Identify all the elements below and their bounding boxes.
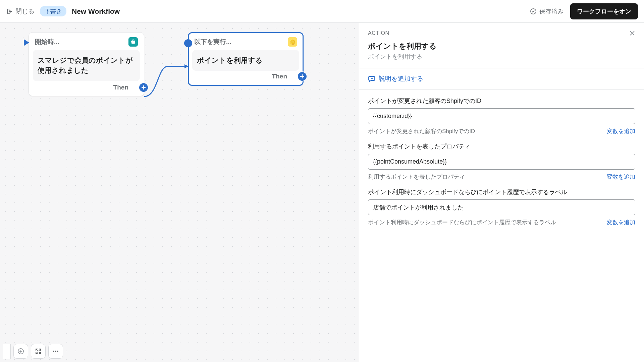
svg-point-3 (55, 351, 56, 352)
add-variable-link[interactable]: 変数を追加 (607, 127, 635, 135)
exit-icon (6, 8, 13, 15)
panel-type-label: ACTION (368, 30, 389, 36)
saved-label: 保存済み (539, 7, 564, 15)
panel-title-block: ポイントを利用する ポイントを利用する (359, 38, 644, 68)
field-input-points-property[interactable] (368, 154, 635, 170)
panel-title: ポイントを利用する (368, 41, 635, 51)
trigger-add-step-button[interactable] (139, 82, 149, 93)
field-label: ポイントが変更された顧客のShpifyでのID (368, 97, 635, 105)
saved-status: 保存済み (530, 7, 564, 15)
draft-badge: 下書き (40, 6, 66, 16)
panel-close-button[interactable] (629, 30, 635, 38)
zoom-circle-plus-icon (17, 348, 24, 355)
points-app-icon: 🪙 (288, 37, 297, 47)
action-card-body: ポイントを利用する (192, 50, 299, 71)
field-hint-row: 利用するポイントを表したプロパティ 変数を追加 (368, 173, 635, 181)
field-label: 利用するポイントを表したプロパティ (368, 142, 635, 150)
smaregi-app-icon (128, 37, 138, 47)
canvas-toolbar (0, 341, 66, 362)
trigger-card[interactable]: 開始時... スマレジで会員のポイントが使用されました Then (29, 32, 144, 96)
trigger-play-icon (23, 39, 30, 48)
fit-view-icon (35, 348, 42, 355)
topbar: 閉じる 下書き New Workflow 保存済み ワークフローをオン (0, 0, 644, 23)
close-label: 閉じる (15, 7, 35, 16)
field-hint: ポイント利用時にダッシュボードならびにポイント履歴で表示するラベル (368, 219, 556, 226)
trigger-then-label: Then (113, 84, 128, 91)
chat-icon (368, 75, 375, 82)
trigger-card-header: 開始時... (33, 37, 140, 50)
action-dot-icon (184, 39, 192, 47)
field-hint: ポイントが変更された顧客のShpifyでのID (368, 127, 475, 135)
action-card[interactable]: 以下を実行... 🪙 ポイントを利用する Then (188, 32, 304, 86)
connector-line (144, 36, 191, 110)
more-horizontal-icon (52, 348, 59, 355)
turn-on-workflow-button[interactable]: ワークフローをオン (570, 3, 638, 19)
fit-view-button[interactable] (31, 344, 46, 359)
topbar-left: 閉じる 下書き New Workflow (6, 6, 120, 16)
plus-icon (300, 74, 305, 79)
trigger-header-label: 開始時... (35, 38, 59, 46)
action-header-label: 以下を実行... (194, 38, 231, 46)
field-points-property: 利用するポイントを表したプロパティ 利用するポイントを表したプロパティ 変数を追… (359, 135, 644, 181)
field-customer-id: ポイントが変更された顧客のShpifyでのID ポイントが変更された顧客のShp… (359, 89, 644, 135)
action-add-step-button[interactable] (297, 71, 307, 81)
trigger-card-body: スマレジで会員のポイントが使用されました (33, 50, 140, 81)
more-button[interactable] (48, 344, 63, 359)
add-description-row[interactable]: 説明を追加する (359, 68, 644, 89)
action-card-header: 以下を実行... 🪙 (192, 37, 299, 50)
panel-subtitle: ポイントを利用する (368, 53, 635, 61)
canvas[interactable]: 開始時... スマレジで会員のポイントが使用されました Then 以下を実行..… (0, 23, 359, 362)
workspace: 開始時... スマレジで会員のポイントが使用されました Then 以下を実行..… (0, 23, 644, 362)
close-icon (629, 30, 635, 36)
action-panel: ACTION ポイントを利用する ポイントを利用する 説明を追加する ポイントが… (359, 23, 644, 362)
add-variable-link[interactable]: 変数を追加 (607, 219, 635, 226)
svg-point-2 (53, 351, 54, 352)
workflow-title[interactable]: New Workflow (72, 7, 120, 15)
field-hint-row: ポイント利用時にダッシュボードならびにポイント履歴で表示するラベル 変数を追加 (368, 219, 635, 226)
field-hint-row: ポイントが変更された顧客のShpifyでのID 変数を追加 (368, 127, 635, 135)
field-input-label-text[interactable] (368, 199, 635, 215)
close-button[interactable]: 閉じる (6, 7, 35, 16)
panel-top: ACTION (359, 23, 644, 38)
field-hint: 利用するポイントを表したプロパティ (368, 173, 465, 181)
action-then-label: Then (272, 73, 287, 80)
plus-icon (141, 85, 146, 90)
zoom-in-button[interactable] (13, 344, 28, 359)
field-input-customer-id[interactable] (368, 108, 635, 124)
field-label-text: ポイント利用時にダッシュボードならびにポイント履歴で表示するラベル ポイント利用… (359, 181, 644, 226)
topbar-right: 保存済み ワークフローをオン (530, 3, 638, 19)
zoom-handle[interactable] (3, 344, 11, 359)
field-label: ポイント利用時にダッシュボードならびにポイント履歴で表示するラベル (368, 188, 635, 196)
add-variable-link[interactable]: 変数を追加 (607, 173, 635, 181)
check-circle-icon (530, 8, 537, 15)
add-description-link[interactable]: 説明を追加する (379, 74, 423, 83)
svg-point-4 (57, 351, 58, 352)
